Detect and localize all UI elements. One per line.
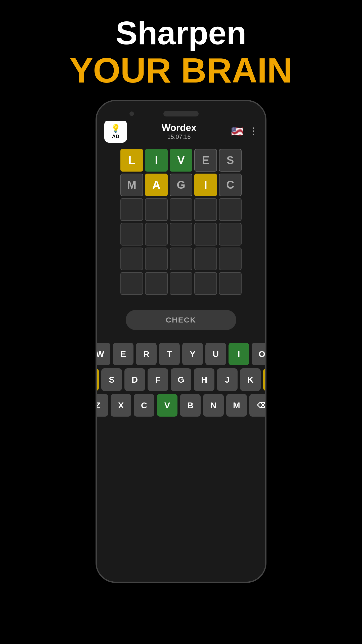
ad-text: AD [112,134,119,139]
grid-cell-5-2 [170,272,192,295]
grid-cell-1-2: G [170,174,192,196]
phone-top-bar [97,106,265,121]
app-timer: 15:07:16 [162,133,197,140]
header-icons: 🇺🇸 ⋮ [231,126,258,137]
menu-icon[interactable]: ⋮ [249,126,258,137]
phone-frame: 💡 AD Wordex 15:07:16 🇺🇸 ⋮ LIVESMAGIC CHE… [96,100,266,583]
grid-cell-0-3: E [194,149,217,172]
game-grid: LIVESMAGIC [120,149,242,295]
grid-cell-3-2 [170,223,192,246]
key-v[interactable]: V [157,394,177,417]
app-title: Wordex [162,123,197,133]
key-x[interactable]: X [111,394,131,417]
grid-cell-4-0 [120,248,143,270]
key-a[interactable]: A [96,368,99,391]
grid-cell-2-1 [145,198,168,221]
key-n[interactable]: N [203,394,224,417]
ad-badge[interactable]: 💡 AD [104,120,127,143]
grid-cell-4-2 [170,248,192,270]
grid-cell-2-2 [170,198,192,221]
key-o[interactable]: O [252,343,266,365]
key-l[interactable]: L [263,368,266,391]
key-g[interactable]: G [171,368,191,391]
key-r[interactable]: R [136,343,157,365]
header-section: Sharpen YOUR BRAIN [70,15,293,90]
phone-side-button [266,202,266,222]
key-f[interactable]: F [148,368,168,391]
key-s[interactable]: S [101,368,122,391]
grid-cell-3-1 [145,223,168,246]
key-c[interactable]: C [134,394,154,417]
key-k[interactable]: K [240,368,261,391]
keyboard: QWERTYUIOPASDFGHJKLZXCVBNM⌫ [96,343,266,417]
phone-camera [129,111,134,116]
grid-cell-1-0: M [120,174,143,196]
key-e[interactable]: E [113,343,133,365]
grid-cell-3-4 [219,223,242,246]
key-h[interactable]: H [194,368,214,391]
app-content: 💡 AD Wordex 15:07:16 🇺🇸 ⋮ LIVESMAGIC CHE… [97,121,265,582]
key-y[interactable]: Y [182,343,203,365]
grid-cell-5-0 [120,272,143,295]
keyboard-row1: QWERTYUIOP [96,343,266,365]
grid-cell-2-4 [219,198,242,221]
key-z[interactable]: Z [96,394,108,417]
header-title: Sharpen [70,15,293,51]
key-w[interactable]: W [96,343,110,365]
header-subtitle: YOUR BRAIN [70,51,293,90]
grid-cell-5-1 [145,272,168,295]
grid-cell-4-3 [194,248,217,270]
key-m[interactable]: M [226,394,247,417]
key-u[interactable]: U [205,343,226,365]
grid-cell-0-0: L [120,149,143,172]
check-button[interactable]: CHECK [126,310,236,330]
grid-cell-5-3 [194,272,217,295]
check-label: CHECK [166,316,196,324]
flag-icon: 🇺🇸 [231,126,244,137]
bulb-icon: 💡 [111,124,121,133]
grid-cell-4-4 [219,248,242,270]
grid-cell-1-1: A [145,174,168,196]
key-t[interactable]: T [159,343,180,365]
key-j[interactable]: J [217,368,238,391]
key-b[interactable]: B [180,394,201,417]
grid-cell-0-1: I [145,149,168,172]
key-d[interactable]: D [124,368,145,391]
grid-cell-3-0 [120,223,143,246]
grid-cell-4-1 [145,248,168,270]
app-title-block: Wordex 15:07:16 [162,123,197,140]
grid-cell-1-3: I [194,174,217,196]
grid-cell-2-0 [120,198,143,221]
keyboard-row3: ZXCVBNM⌫ [96,394,266,417]
key-⌫[interactable]: ⌫ [249,394,266,417]
grid-cell-3-3 [194,223,217,246]
phone-speaker [163,111,199,116]
grid-cell-0-2: V [170,149,192,172]
grid-cell-5-4 [219,272,242,295]
key-i[interactable]: I [229,343,249,365]
grid-cell-0-4: S [219,149,242,172]
grid-cell-1-4: C [219,174,242,196]
app-header: 💡 AD Wordex 15:07:16 🇺🇸 ⋮ [97,121,265,141]
grid-cell-2-3 [194,198,217,221]
keyboard-row2: ASDFGHJKL [96,368,266,391]
